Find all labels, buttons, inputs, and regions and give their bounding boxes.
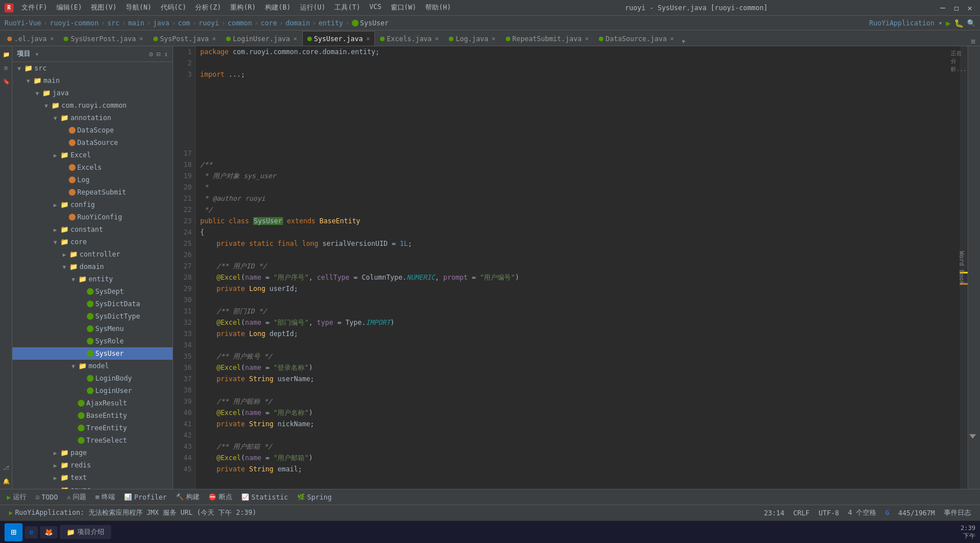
menu-build[interactable]: 构建(B) (261, 1, 295, 15)
tree-item-redis[interactable]: ▶ 📁 redis (12, 459, 173, 471)
tree-item-log[interactable]: Log (12, 174, 173, 186)
breadcrumb-common[interactable]: common (228, 19, 252, 27)
breadcrumb-src[interactable]: src (107, 19, 120, 27)
tree-item-ajaxresult[interactable]: AjaxResult (12, 397, 173, 409)
word-book-label[interactable]: Word Book (959, 251, 966, 285)
run-tool[interactable]: ▶ 运行 (2, 490, 31, 505)
menu-vcs[interactable]: VCS (365, 1, 386, 15)
menu-nav[interactable]: 导航(N) (121, 1, 156, 15)
menu-refactor[interactable]: 重构(R) (226, 1, 261, 15)
tab-close-icon[interactable]: ✕ (585, 35, 589, 42)
menu-file[interactable]: 文件(F) (17, 1, 52, 15)
problems-tool[interactable]: ⚠ 问题 (63, 490, 91, 505)
tree-item-page[interactable]: ▶ 📁 page (12, 447, 173, 459)
tab-excels[interactable]: Excels.java ✕ (375, 31, 444, 46)
menu-help[interactable]: 帮助(H) (421, 1, 456, 15)
tree-item-sysdictdata[interactable]: SysDictData (12, 298, 173, 310)
tree-item-core[interactable]: ▼ 📁 core (12, 236, 173, 248)
tree-item-treeselect[interactable]: TreeSelect (12, 434, 173, 447)
status-position[interactable]: 23:14 (760, 505, 789, 520)
tree-item-text[interactable]: ▶ 📁 text (12, 471, 173, 484)
tree-item-treeentity[interactable]: TreeEntity (12, 422, 173, 434)
breadcrumb-java[interactable]: java (153, 19, 169, 27)
run-config-dropdown[interactable]: RuoYiApplication ▾ (869, 19, 943, 27)
status-indent[interactable]: 4 个空格 (844, 505, 881, 520)
editor-options-button[interactable]: ≡ (969, 37, 978, 46)
spring-tool[interactable]: 🌿 Spring (293, 490, 336, 505)
status-lines[interactable]: 445/1967M (894, 505, 939, 520)
tree-item-loginuser[interactable]: LoginUser (12, 385, 173, 397)
tab-close-icon[interactable]: ✕ (435, 35, 439, 42)
tab-loginuser[interactable]: LoginUser.java ✕ (221, 31, 302, 46)
tree-item-datasource[interactable]: DataSource (12, 136, 173, 149)
breadcrumb-ruoyi[interactable]: ruoyi (198, 19, 219, 27)
breadcrumb-ruoyi-vue[interactable]: RuoYi-Vue (5, 19, 41, 27)
tree-item-sysmenu[interactable]: SysMenu (12, 323, 173, 335)
status-encoding[interactable]: UTF-8 (814, 505, 844, 520)
tab-close-icon[interactable]: ✕ (212, 35, 216, 42)
menu-window[interactable]: 窗口(W) (386, 1, 421, 15)
menu-view[interactable]: 视图(V) (86, 1, 121, 15)
scroll-down-icon[interactable] (967, 431, 978, 444)
start-button[interactable]: ⊞ (5, 523, 23, 541)
taskbar-edge[interactable]: e (25, 526, 38, 538)
tab-repeatsubmit[interactable]: RepeatSubmit.java ✕ (501, 31, 594, 46)
tab-log[interactable]: Log.java ✕ (444, 31, 500, 46)
tab-close-icon[interactable]: ✕ (366, 35, 370, 42)
status-run-app[interactable]: ▶ RuoYiApplication: 无法检索应用程序 JMX 服务 URL … (5, 505, 261, 520)
tree-item-sysuser[interactable]: SysUser (12, 347, 173, 360)
breadcrumb-core[interactable]: core (261, 19, 277, 27)
menu-analyze[interactable]: 分析(Z) (191, 1, 226, 15)
status-line-ending[interactable]: CRLF (789, 505, 814, 520)
tree-item-excels[interactable]: Excels (12, 161, 173, 174)
tab-close-icon[interactable]: ✕ (670, 35, 674, 42)
breadcrumb-entity[interactable]: entity (319, 19, 343, 27)
tree-item-constant[interactable]: ▶ 📁 constant (12, 223, 173, 236)
breadcrumb-main[interactable]: main (128, 19, 144, 27)
debug-button[interactable]: 🐛 (954, 19, 964, 28)
tab-close-icon[interactable]: ✕ (50, 35, 54, 42)
tree-item-java[interactable]: ▼ 📁 java (12, 87, 173, 99)
tree-item-src[interactable]: ▼ 📁 src (12, 62, 173, 74)
structure-icon[interactable]: ⊞ (1, 62, 12, 73)
taskbar-project[interactable]: 📁 项目介绍 (60, 525, 111, 539)
breadcrumb-ruoyi-common[interactable]: ruoyi-common (50, 19, 99, 27)
menu-tools[interactable]: 工具(T) (330, 1, 365, 15)
notifications-icon[interactable]: 🔔 (1, 475, 12, 487)
sidebar-sort-icon[interactable]: ↕ (164, 50, 168, 58)
tab-close-icon[interactable]: ✕ (492, 35, 496, 42)
tree-item-domain[interactable]: ▼ 📁 domain (12, 261, 173, 273)
status-event-log[interactable]: 事件日志 (939, 505, 975, 520)
git-icon[interactable]: ⎇ (1, 462, 12, 473)
close-button[interactable]: ✕ (964, 2, 975, 14)
project-icon[interactable]: 📁 (1, 48, 12, 60)
sidebar-collapse-icon[interactable]: ⊟ (157, 50, 161, 58)
tab-syspost[interactable]: SysPost.java ✕ (148, 31, 221, 46)
breakpoint-tool[interactable]: ⛔ 断点 (204, 490, 237, 505)
tree-item-sysrole[interactable]: SysRole (12, 335, 173, 347)
tree-item-annotation[interactable]: ▼ 📁 annotation (12, 112, 173, 124)
terminal-tool[interactable]: ⊞ 终端 (91, 490, 120, 505)
tree-item-controller[interactable]: ▶ 📁 controller (12, 248, 173, 261)
tree-item-config[interactable]: ▶ 📁 config (12, 198, 173, 211)
menu-code[interactable]: 代码(C) (156, 1, 191, 15)
tree-item-excel[interactable]: ▶ 📁 Excel (12, 149, 173, 161)
todo-tool[interactable]: ☑ TODO (31, 490, 63, 505)
menu-edit[interactable]: 编辑(E) (52, 1, 87, 15)
profiler-tool[interactable]: 📊 Profiler (120, 490, 171, 505)
tab-overflow-button[interactable]: ▾ (681, 37, 686, 46)
minimize-button[interactable]: ─ (937, 2, 948, 14)
build-tool[interactable]: 🔨 构建 (171, 490, 204, 505)
breadcrumb-domain[interactable]: domain (285, 19, 310, 27)
tab-datasource[interactable]: DataSource.java ✕ (594, 31, 679, 46)
tree-item-datascope[interactable]: DataScope (12, 124, 173, 136)
tree-item-loginbody[interactable]: LoginBody (12, 372, 173, 385)
tree-item-baseentity[interactable]: BaseEntity (12, 409, 173, 422)
restore-button[interactable]: ◻ (951, 2, 962, 14)
tree-item-enums[interactable]: ▶ 📁 enums (12, 484, 173, 489)
tab-close-icon[interactable]: ✕ (293, 35, 297, 42)
tab-el-java[interactable]: .el.java ✕ (2, 31, 59, 46)
tree-item-main[interactable]: ▼ 📁 main (12, 74, 173, 87)
statistic-tool[interactable]: 📈 Statistic (237, 490, 293, 505)
tree-item-model[interactable]: ▼ 📁 model (12, 360, 173, 372)
